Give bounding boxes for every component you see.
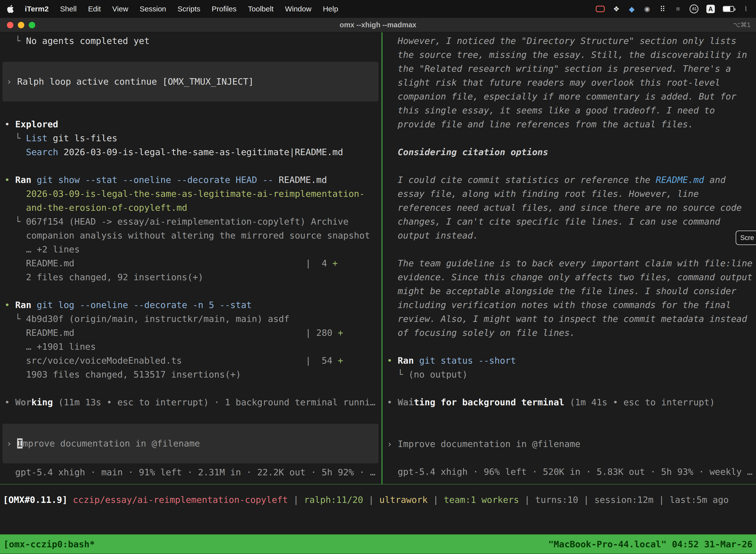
- terminal-row: Considering citation options: [387, 145, 756, 159]
- terminal-row: 1903 files changed, 513517 insertions(+): [4, 368, 381, 382]
- terminal-row: └ 067f154 (HEAD -> essay/ai-reimplementa…: [4, 215, 381, 229]
- menu-bar: iTerm2ShellEditViewSessionScriptsProfile…: [0, 0, 756, 18]
- battery-icon[interactable]: [723, 6, 734, 12]
- terminal-window: └ No agents completed yet › Ralph loop a…: [0, 32, 756, 554]
- terminal-row: └ 4b9d30f (origin/main, instructkr/main,…: [4, 312, 381, 326]
- zoom-button[interactable]: [29, 22, 35, 28]
- terminal-output: • Explored └ List git ls-files Search 20…: [4, 117, 381, 409]
- terminal-row: Search 2026-03-09-is-legal-the-same-as-l…: [4, 145, 381, 159]
- menu-meters-icon[interactable]: ⌇: [742, 4, 750, 14]
- terminal-row: companion analysis without altering the …: [4, 229, 381, 242]
- terminal-row: changes, I can't cite specific file line…: [387, 215, 756, 229]
- menu-items: iTerm2ShellEditViewSessionScriptsProfile…: [25, 5, 338, 13]
- terminal-row: companion file, especially if more comme…: [387, 90, 756, 104]
- ralph-inject-box: › Ralph loop active continue [OMX_TMUX_I…: [2, 62, 378, 102]
- terminal-row: provide file and line references from th…: [387, 117, 756, 131]
- omx-status-bar: [OMX#0.11.9] cczip/essay/ai-reimplementa…: [0, 493, 756, 507]
- terminal-row: README.md | 4 +: [4, 257, 381, 270]
- terminal-row: I could cite commit statistics or refere…: [387, 173, 756, 187]
- menu-item-scripts[interactable]: Scripts: [178, 5, 200, 13]
- terminal-row: └ No agents completed yet: [4, 34, 381, 48]
- terminal-row: gpt-5.4 xhigh · 96% left · 520K in · 5.8…: [387, 465, 756, 479]
- terminal-row: this single essay, it seems like a good …: [387, 104, 756, 117]
- terminal-row: essay file, along with finding root file…: [387, 187, 756, 201]
- terminal-row: 2026-03-09-is-legal-the-same-as-legitima…: [4, 187, 381, 201]
- tmux-panes: └ No agents completed yet › Ralph loop a…: [0, 32, 756, 485]
- input-source-icon[interactable]: A: [706, 5, 715, 13]
- terminal-row: gpt-5.4 xhigh · main · 91% left · 2.31M …: [4, 465, 381, 479]
- session-status-line: gpt-5.4 xhigh · main · 91% left · 2.31M …: [4, 465, 381, 479]
- blank-row: [387, 159, 756, 173]
- raycast-icon[interactable]: ◆: [628, 4, 635, 14]
- terminal-row: review. Also, I might want to inspect th…: [387, 312, 756, 326]
- screen-recording-icon[interactable]: [596, 6, 605, 12]
- menu-item-iterm2[interactable]: iTerm2: [25, 5, 49, 13]
- screenshot-popup[interactable]: Scre: [736, 231, 756, 245]
- blank-row: [387, 131, 756, 145]
- stats-icon[interactable]: ◉: [643, 4, 651, 14]
- minimize-button[interactable]: [18, 22, 24, 28]
- menu-status-icons: ❖◆◉⠿⌗.61A⌇: [596, 4, 750, 14]
- terminal-output: However, I noticed the "Directory Struct…: [387, 34, 756, 479]
- window-title: omx --xhigh --madmax: [0, 21, 756, 29]
- terminal-row: src/voice/voiceModeEnabled.ts | 54 +: [4, 354, 381, 368]
- terminal-row: However, I noticed the "Directory Struct…: [387, 34, 756, 48]
- menu-item-edit[interactable]: Edit: [88, 5, 101, 13]
- keyboard-brightness-icon[interactable]: ❖: [613, 4, 620, 14]
- terminal-row: … +2 lines: [4, 242, 381, 257]
- blank-row: [4, 382, 381, 395]
- blank-row: [4, 284, 381, 298]
- terminal-row: • Ran git show --stat --oneline --decora…: [4, 173, 381, 187]
- window-shortcut-badge: ⌥⌘1: [733, 21, 756, 29]
- menu-item-window[interactable]: Window: [285, 5, 312, 13]
- terminal-row: › Ralph loop active continue [OMX_TMUX_I…: [6, 75, 378, 89]
- tmux-session-label: [omx-cczip0:bash*: [3, 539, 95, 549]
- terminal-row: › Improve documentation in @filename: [387, 437, 756, 451]
- terminal-row: slight risk that future readers may over…: [387, 76, 756, 90]
- menu-item-session[interactable]: Session: [140, 5, 166, 13]
- terminal-row: • Explored: [4, 117, 381, 131]
- blank-row: [387, 423, 756, 437]
- menu-item-profiles[interactable]: Profiles: [211, 5, 236, 13]
- terminal-output: └ No agents completed yet: [4, 34, 381, 48]
- terminal-row: README.md | 280 +: [4, 326, 381, 340]
- terminal-row: including verification notes with those …: [387, 298, 756, 312]
- pane-left[interactable]: └ No agents completed yet › Ralph loop a…: [0, 32, 381, 484]
- apple-logo-icon[interactable]: [6, 4, 14, 14]
- window-title-bar[interactable]: omx --xhigh --madmax ⌥⌘1: [0, 18, 756, 32]
- blank-row: [387, 340, 756, 354]
- terminal-row: references need actual files, and since …: [387, 201, 756, 215]
- battery-percent-icon[interactable]: .61: [690, 4, 698, 13]
- terminal-row: and-the-erosion-of-copyleft.md: [4, 201, 381, 215]
- tmux-host-clock-label: "MacBook-Pro-44.local" 04:52 31-Mar-26: [548, 539, 753, 549]
- terminal-row: › Improve documentation in @filename: [6, 437, 378, 450]
- terminal-row: the source tree, missing the essay. Stil…: [387, 48, 756, 62]
- close-button[interactable]: [7, 22, 13, 28]
- terminal-row: └ (no output): [387, 368, 756, 382]
- menu-item-toolbelt[interactable]: Toolbelt: [248, 5, 273, 13]
- dots-grid-icon[interactable]: ⠿: [659, 4, 666, 14]
- terminal-row: evidence. Since this change only affects…: [387, 270, 756, 284]
- blank-row: [387, 242, 756, 257]
- menu-item-help[interactable]: Help: [323, 5, 338, 13]
- blank-row: [387, 451, 756, 465]
- traffic-lights: [0, 22, 35, 28]
- screenshot-popup-label: Scre: [740, 234, 754, 242]
- prompt-input[interactable]: › Improve documentation in @filename: [2, 424, 378, 463]
- terminal-row: • Ran git log --oneline --decorate -n 5 …: [4, 298, 381, 312]
- terminal-row: output instead.: [387, 229, 756, 242]
- blank-row: [4, 159, 381, 173]
- terminal-row: … +1901 lines: [4, 340, 381, 354]
- terminal-row: • Working (11m 13s • esc to interrupt) ·…: [4, 395, 381, 409]
- shortcut-icon[interactable]: ⌗: [674, 4, 682, 14]
- menu-item-view[interactable]: View: [112, 5, 128, 13]
- pane-right[interactable]: However, I noticed the "Directory Struct…: [382, 32, 756, 484]
- menu-item-shell[interactable]: Shell: [60, 5, 77, 13]
- terminal-row: might be acceptable alongside the file l…: [387, 284, 756, 298]
- terminal-row: └ List git ls-files: [4, 131, 381, 145]
- terminal-row: the "Related research writing" section i…: [387, 62, 756, 76]
- blank-row: [387, 409, 756, 423]
- blank-row: [387, 382, 756, 395]
- terminal-row: The team guideline is to back every impo…: [387, 257, 756, 270]
- terminal-row: • Ran git status --short: [387, 354, 756, 368]
